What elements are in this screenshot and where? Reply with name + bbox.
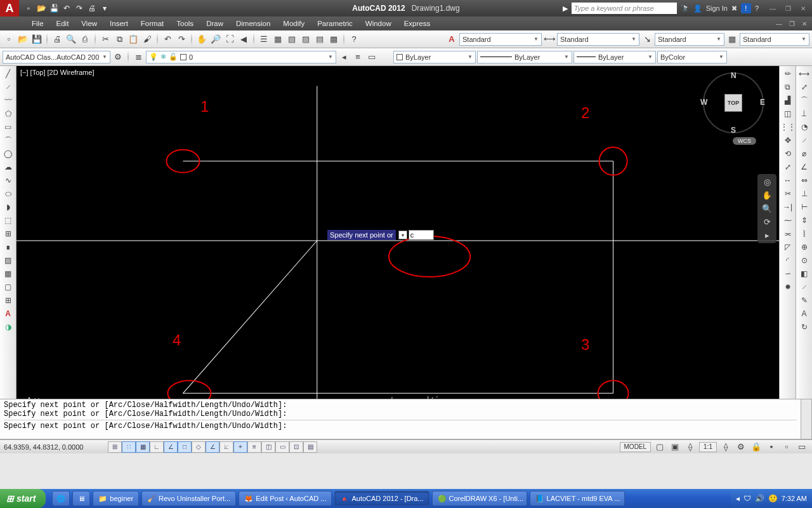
new-icon[interactable]: ▫ — [23, 3, 34, 14]
start-button[interactable]: ⊞ start — [0, 489, 46, 508]
layer-iso-icon[interactable]: ▭ — [365, 51, 378, 64]
osnap-toggle[interactable]: □ — [178, 441, 192, 453]
toolbar-lock-icon[interactable]: 🔒 — [750, 441, 763, 453]
polygon-icon[interactable]: ⬠ — [2, 107, 15, 120]
menu-parametric[interactable]: Parametric — [311, 20, 359, 27]
doc-close-icon[interactable]: ✕ — [799, 20, 809, 27]
textstyle-combo[interactable]: Standard▼ — [459, 33, 542, 46]
task-beginer[interactable]: 📁beginer — [93, 491, 139, 506]
trim-icon[interactable]: ✂ — [782, 187, 794, 200]
join-icon[interactable]: ⫘ — [782, 227, 794, 240]
linetype-combo[interactable]: ByLayer▼ — [477, 51, 572, 64]
chamfer-icon[interactable]: ◸ — [782, 241, 794, 253]
ssman-icon[interactable]: ▨ — [299, 33, 312, 46]
region-icon[interactable]: ▢ — [2, 281, 15, 293]
tray-vol-icon[interactable]: 🔊 — [755, 494, 764, 503]
hardware-icon[interactable]: ▪ — [765, 441, 778, 453]
viewcube-n[interactable]: N — [731, 71, 737, 80]
quickcalc-icon[interactable]: ▩ — [327, 33, 340, 46]
redo-icon[interactable]: ↷ — [74, 3, 85, 14]
dimjogline-icon[interactable]: ⟋ — [798, 281, 811, 293]
zoom-prev-icon[interactable]: ◀ — [237, 33, 250, 46]
qview-layouts-icon[interactable]: ▢ — [653, 441, 666, 453]
dyn-menu-icon[interactable]: ▾ — [398, 231, 407, 239]
doc-min-icon[interactable]: — — [774, 20, 784, 27]
move-icon[interactable]: ✥ — [782, 134, 794, 147]
cmd-scrollbar[interactable] — [801, 399, 812, 439]
cut-icon[interactable]: ✂ — [99, 33, 112, 46]
qdim-icon[interactable]: ⇔ — [798, 174, 811, 187]
preview-icon[interactable]: 🔍 — [65, 33, 77, 46]
dimaligned-icon[interactable]: ⤢ — [798, 81, 811, 93]
dimordinate-icon[interactable]: ⟘ — [798, 107, 811, 120]
task-revo[interactable]: 🧹Revo Uninstaller Port... — [141, 491, 236, 506]
offset-icon[interactable]: ◫ — [782, 107, 794, 120]
open-file-icon[interactable]: 📂 — [16, 33, 29, 46]
dyn-toggle[interactable]: + — [233, 441, 247, 453]
viewcube-face[interactable]: TOP — [724, 94, 742, 112]
layermgr-icon[interactable]: ≣ — [132, 51, 145, 64]
centermark-icon[interactable]: ⊙ — [798, 254, 811, 267]
array-icon[interactable]: ⋮⋮ — [782, 121, 794, 133]
dimjogged-icon[interactable]: ⟋ — [798, 134, 811, 147]
undo-tb-icon[interactable]: ↶ — [161, 33, 174, 46]
erase-icon[interactable]: ✏ — [782, 67, 794, 80]
save-icon[interactable]: 💾 — [48, 3, 60, 14]
menu-insert[interactable]: Insert — [103, 20, 134, 27]
wcs-badge[interactable]: WCS — [733, 137, 756, 145]
viewcube-e[interactable]: E — [760, 98, 765, 107]
task-autocad[interactable]: 🔺AutoCAD 2012 - [Dra... — [334, 491, 429, 506]
lwt-toggle[interactable]: ≡ — [247, 441, 261, 453]
hatch-icon[interactable]: ▨ — [2, 254, 15, 267]
ellipsearc-icon[interactable]: ◗ — [2, 201, 15, 213]
extend-icon[interactable]: →| — [782, 201, 794, 213]
dimradius-icon[interactable]: ◔ — [798, 121, 811, 133]
line-icon[interactable]: ╱ — [2, 67, 15, 80]
dimcontinue-icon[interactable]: ⊢ — [798, 201, 811, 213]
restore-icon[interactable]: ❐ — [782, 3, 794, 13]
scale-icon[interactable]: ⤢ — [782, 161, 794, 173]
minimize-icon[interactable]: — — [766, 3, 779, 13]
orbit-icon[interactable]: ⟳ — [764, 217, 771, 227]
workspace-combo[interactable]: AutoCAD Clas...AutoCAD 200▼ — [3, 51, 110, 64]
dimlinear-icon[interactable]: ⟷ — [798, 67, 811, 80]
ortho-toggle[interactable]: ∟ — [150, 441, 164, 453]
open-icon[interactable]: 📂 — [36, 3, 47, 14]
am-toggle[interactable]: ▤ — [303, 441, 317, 453]
ws-switch-icon[interactable]: ⚙ — [735, 441, 747, 453]
zoom-rt-icon[interactable]: 🔎 — [209, 33, 222, 46]
dimtedit-icon[interactable]: A — [798, 307, 811, 320]
qview-drawings-icon[interactable]: ▣ — [669, 441, 681, 453]
workspace-gear-icon[interactable]: ⚙ — [112, 51, 124, 64]
coords-display[interactable]: 64.9359, 44.8312, 0.0000 — [4, 443, 105, 451]
task-corel[interactable]: 🟢CorelDRAW X6 - [Unti... — [432, 491, 527, 506]
fullnav-icon[interactable]: ◎ — [764, 177, 771, 187]
spline-icon[interactable]: ∿ — [2, 174, 15, 187]
exchange-icon[interactable]: ✖ — [731, 4, 737, 13]
infocenter-icon[interactable]: ! — [741, 3, 751, 13]
print-icon[interactable]: 🖨 — [51, 33, 63, 46]
paste-icon[interactable]: 📋 — [127, 33, 140, 46]
dimangle-icon[interactable]: ∠ — [798, 161, 811, 173]
system-tray[interactable]: ◂ 🛡 🔊 🙂 7:32 AM — [731, 489, 812, 508]
ducs-toggle[interactable]: ⟀ — [219, 441, 233, 453]
app-logo[interactable]: A — [0, 0, 19, 17]
markup-icon[interactable]: ▤ — [313, 33, 326, 46]
drawing-viewport[interactable]: [−] [Top] [2D Wireframe] — [16, 66, 779, 439]
menu-file[interactable]: File — [25, 20, 50, 27]
rotate-icon[interactable]: ⟲ — [782, 147, 794, 160]
search-play-icon[interactable]: ▶ — [563, 4, 568, 13]
close-icon[interactable]: ✕ — [797, 3, 809, 13]
insert-icon[interactable]: ⬚ — [2, 214, 15, 227]
snap-toggle[interactable]: ∷ — [122, 441, 136, 453]
zoom-win-icon[interactable]: ⛶ — [223, 33, 236, 46]
mleaderstyle-combo[interactable]: Standard▼ — [655, 33, 724, 46]
break-icon[interactable]: ⁓ — [782, 214, 794, 227]
dimupdate-icon[interactable]: ↻ — [798, 321, 811, 333]
undo-icon[interactable]: ↶ — [61, 3, 72, 14]
props-icon[interactable]: ☰ — [258, 33, 270, 46]
publish-icon[interactable]: ⎙ — [79, 33, 91, 46]
command-line[interactable]: Specify next point or [Arc/Close/Halfwid… — [0, 399, 801, 439]
dcenter-icon[interactable]: ▦ — [272, 33, 284, 46]
menu-format[interactable]: Format — [134, 20, 170, 27]
